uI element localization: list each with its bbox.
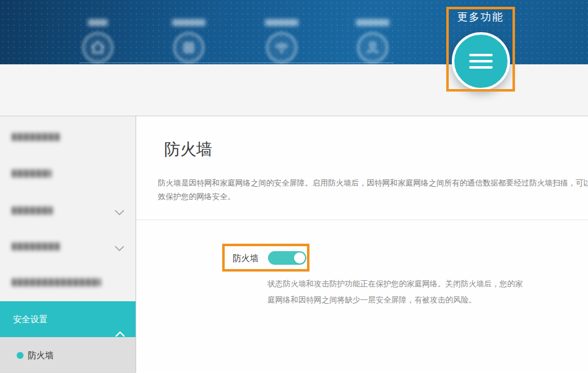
hamburger-menu-icon [469,54,493,56]
chevron-down-icon [115,207,124,213]
sidebar: 安全设置 防火墙 [0,116,136,373]
sidebar-item-blurred-1[interactable] [12,133,60,141]
router-admin-page: 更多功能 安全设置 防火墙 防火墙 [0,0,588,373]
nav-item-blurred-4[interactable] [339,0,407,64]
device-icon [173,32,204,63]
firewall-description: 防火墙是因特网和家庭网络之间的安全屏障。启用防火墙后，因特网和家庭网络之间所有的… [158,176,588,204]
nav-item-blurred-1[interactable] [64,0,132,64]
nav-item-blurred-2[interactable] [155,0,223,64]
more-functions-label: 更多功能 [446,10,515,24]
sidebar-item-blurred-4[interactable] [12,242,60,251]
section-divider [136,220,588,220]
sidebar-item-blurred-5[interactable] [12,278,101,286]
chevron-up-icon [115,316,125,322]
security-settings-label: 安全设置 [13,314,48,324]
firewall-item-label: 防火墙 [28,337,54,373]
active-bullet-dot [17,352,24,359]
nav-item-blurred-3[interactable] [248,0,316,64]
firewall-toggle-switch[interactable] [268,251,306,265]
more-functions-button[interactable] [452,32,510,90]
wifi-icon [266,32,297,63]
nav-label-blurred [356,19,389,26]
firewall-toggle-label: 防火墙 [233,253,259,264]
toggle-knob [294,252,305,264]
sidebar-item-firewall[interactable]: 防火墙 [0,337,136,373]
nav-label-blurred [88,19,108,26]
sidebar-item-blurred-3[interactable] [12,207,53,215]
main-content: 防火墙 防火墙是因特网和家庭网络之间的安全屏障。启用防火墙后，因特网和家庭网络之… [136,116,588,373]
nav-label-blurred [172,19,205,26]
sidebar-item-blurred-2[interactable] [12,169,51,178]
sidebar-item-security-settings[interactable]: 安全设置 [0,301,136,337]
page-title: 防火墙 [164,139,212,160]
nav-label-blurred [265,19,298,26]
chevron-down-icon [115,243,124,249]
toggle-description: 状态防火墙和攻击防护功能正在保护您的家庭网络。关闭防火墙后，您的家 庭网络和因特… [267,276,523,308]
user-icon [357,32,388,63]
home-icon [82,32,113,63]
